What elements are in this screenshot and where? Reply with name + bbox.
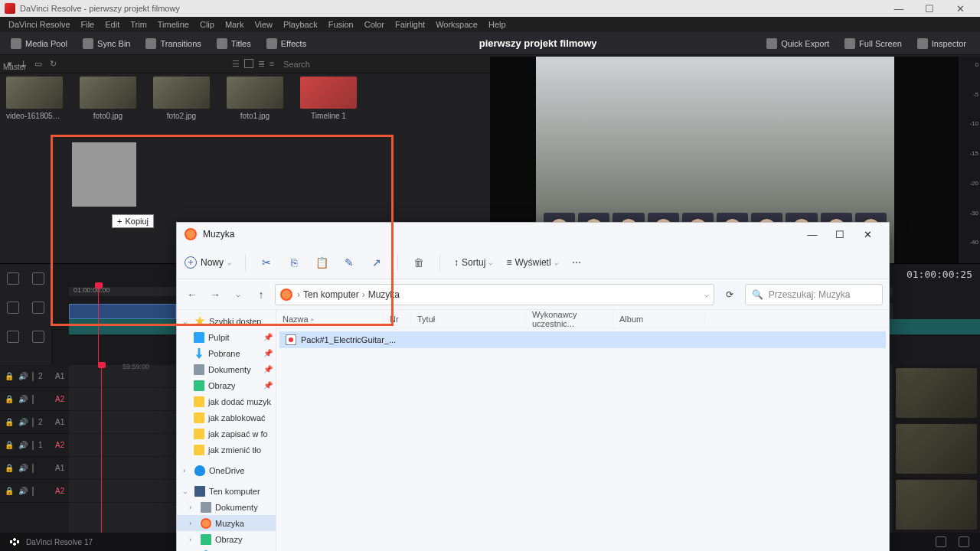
delete-icon[interactable]: 🗑: [412, 256, 426, 269]
media-thumb[interactable]: foto2.jpg: [153, 77, 210, 120]
menu-item[interactable]: Playback: [278, 20, 323, 29]
search-field[interactable]: Search: [283, 60, 310, 69]
home-icon[interactable]: [936, 536, 946, 547]
view-button[interactable]: ≡ Wyświetl ⌵: [506, 257, 557, 268]
boring-detector-icon[interactable]: [7, 272, 19, 285]
track-header[interactable]: 🔒🔊A2: [0, 480, 69, 503]
cut-icon[interactable]: ✂: [260, 256, 273, 269]
tool-icon[interactable]: [32, 302, 44, 314]
menu-item[interactable]: Mark: [220, 20, 249, 29]
strip-view-icon[interactable]: ≣: [258, 59, 265, 69]
menu-item[interactable]: Help: [483, 20, 511, 29]
track-icon[interactable]: [32, 487, 34, 496]
tool-icon[interactable]: [32, 331, 44, 343]
menu-item[interactable]: DaVinci Resolve: [3, 20, 76, 29]
track-header[interactable]: 🔒🔊A2: [0, 388, 69, 411]
lock-icon[interactable]: 🔒: [5, 418, 14, 426]
speaker-icon[interactable]: 🔊: [18, 372, 28, 380]
media-thumb[interactable]: Timeline 1: [300, 77, 357, 120]
sidebar-item[interactable]: jak dodać muzyk: [177, 393, 276, 409]
settings-icon[interactable]: [959, 536, 969, 547]
speaker-icon[interactable]: 🔊: [18, 464, 28, 472]
breadcrumb-item[interactable]: Muzyka: [365, 289, 403, 300]
recent-button[interactable]: ⌵: [229, 290, 247, 298]
sidebar-item[interactable]: jak zmienić tło: [177, 442, 276, 458]
app-logo[interactable]: DaVinci Resolve 17: [0, 537, 100, 546]
menu-item[interactable]: Fairlight: [390, 20, 430, 29]
file-row[interactable]: Pack#1_ElectricGuitar_...: [279, 331, 886, 348]
playhead-lower[interactable]: [101, 365, 102, 533]
track-header[interactable]: 🔒🔊A1: [0, 457, 69, 480]
more-button[interactable]: ⋯: [572, 257, 581, 268]
list-view-icon[interactable]: ≡: [270, 59, 274, 69]
menu-item[interactable]: Color: [359, 20, 390, 29]
speaker-icon[interactable]: 🔊: [18, 418, 28, 426]
col-name[interactable]: Nazwa ^: [276, 315, 384, 324]
sidebar-item[interactable]: ›Muzyka: [177, 515, 276, 531]
sidebar-item[interactable]: jak zablokować: [177, 409, 276, 425]
menu-item[interactable]: File: [76, 20, 100, 29]
col-nr[interactable]: Nr: [384, 315, 411, 324]
menu-item[interactable]: Workspace: [430, 20, 483, 29]
sidebar-item[interactable]: jak zapisać w fo: [177, 425, 276, 442]
track-header[interactable]: 🔒🔊2A1: [0, 365, 69, 388]
explorer-search[interactable]: 🔍 Przeszukaj: Muzyka: [745, 284, 883, 305]
col-artists[interactable]: Wykonawcy uczestnic...: [526, 310, 613, 328]
sidebar-item[interactable]: ›Pobrane: [177, 547, 276, 551]
sync-bin-button[interactable]: Sync Bin: [77, 35, 136, 52]
rename-icon[interactable]: ✎: [342, 256, 356, 269]
new-button[interactable]: +Nowy ⌵: [185, 256, 231, 269]
effects-button[interactable]: Effects: [260, 35, 312, 52]
sidebar-item[interactable]: ›Dokumenty: [177, 499, 276, 515]
forward-button[interactable]: →: [206, 289, 224, 301]
explorer-minimize-button[interactable]: —: [799, 229, 826, 240]
metadata-view-icon[interactable]: ☰: [232, 59, 240, 69]
menu-item[interactable]: View: [249, 20, 278, 29]
explorer-titlebar[interactable]: Muzyka — ☐ ✕: [177, 223, 889, 246]
quick-export-button[interactable]: Quick Export: [760, 35, 835, 52]
sidebar-item[interactable]: Obrazy📌: [177, 377, 276, 393]
track-icon[interactable]: [32, 464, 34, 473]
sidebar-item[interactable]: Pobrane📌: [177, 345, 276, 361]
track-icon[interactable]: [32, 372, 34, 381]
copy-icon[interactable]: ⎘: [287, 256, 301, 269]
refresh-button[interactable]: ⟳: [719, 289, 740, 300]
menu-item[interactable]: Clip: [194, 20, 220, 29]
track-header[interactable]: 🔒🔊2A1: [0, 411, 69, 434]
track-icon[interactable]: [32, 395, 34, 404]
explorer-maximize-button[interactable]: ☐: [826, 229, 854, 240]
minimize-button[interactable]: —: [884, 3, 914, 15]
sidebar-item[interactable]: Pulpit📌: [177, 329, 276, 345]
breadcrumb-bar[interactable]: › Ten komputer › Muzyka ⌵: [275, 284, 714, 305]
lock-icon[interactable]: 🔒: [5, 395, 14, 403]
sidebar-item[interactable]: ›Obrazy: [177, 531, 276, 547]
menu-item[interactable]: Timeline: [152, 20, 194, 29]
thumb-view-icon[interactable]: [244, 59, 253, 68]
menu-item[interactable]: Fusion: [323, 20, 359, 29]
track-icon[interactable]: [32, 418, 34, 427]
paste-icon[interactable]: 📋: [315, 256, 328, 269]
explorer-close-button[interactable]: ✕: [854, 229, 881, 240]
lock-icon[interactable]: 🔒: [5, 487, 14, 495]
video-clip[interactable]: [69, 304, 176, 319]
tool-icon[interactable]: [7, 302, 19, 314]
track-header[interactable]: 🔒🔊1A2: [0, 434, 69, 457]
media-thumb[interactable]: foto0.jpg: [80, 77, 136, 120]
media-pool-button[interactable]: Media Pool: [5, 35, 74, 52]
onedrive[interactable]: ›OneDrive: [177, 462, 276, 478]
menu-item[interactable]: Edit: [100, 20, 125, 29]
media-thumb[interactable]: foto1.jpg: [227, 77, 283, 120]
new-bin-icon[interactable]: ▭: [34, 59, 42, 69]
inspector-button[interactable]: Inspector: [911, 35, 972, 52]
close-button[interactable]: ✕: [945, 3, 975, 15]
back-button[interactable]: ←: [183, 289, 201, 301]
speaker-icon[interactable]: 🔊: [18, 395, 28, 403]
fullscreen-button[interactable]: Full Screen: [838, 35, 908, 52]
titles-button[interactable]: Titles: [211, 35, 257, 52]
sync-icon[interactable]: ↻: [50, 59, 57, 69]
breadcrumb-item[interactable]: Ten komputer: [300, 289, 362, 300]
col-album[interactable]: Album: [613, 315, 705, 324]
sidebar-item[interactable]: Dokumenty📌: [177, 361, 276, 377]
speaker-icon[interactable]: 🔊: [18, 441, 28, 449]
up-button[interactable]: ↑: [252, 289, 270, 301]
